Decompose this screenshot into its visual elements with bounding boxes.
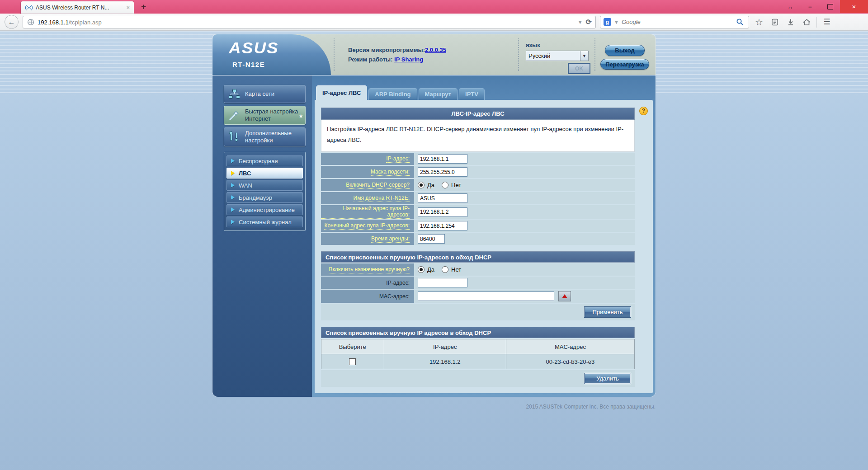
dhcp-yes-radio[interactable] bbox=[418, 182, 425, 188]
main-content: IP-адрес ЛВС ARP Binding Маршрут IPTV ? … bbox=[312, 75, 656, 397]
window-restore-button[interactable] bbox=[820, 0, 840, 13]
tab-lan-ip[interactable]: IP-адрес ЛВС bbox=[316, 85, 367, 100]
submenu-item-label: Администрирование bbox=[239, 207, 295, 213]
pool-start-label: Начальный адрес пула IP-адресов: bbox=[321, 205, 410, 219]
home-icon[interactable] bbox=[801, 18, 812, 26]
table-row: 192.168.1.2 00-23-cd-b3-20-e3 bbox=[321, 354, 635, 369]
manual-ip-label: IP-адрес: bbox=[386, 280, 410, 286]
sidebar-item-firewall[interactable]: Брандмауэр bbox=[226, 192, 303, 203]
apply-button[interactable]: Применить bbox=[585, 307, 631, 317]
url-dropdown-icon[interactable]: ▼ bbox=[578, 19, 583, 25]
sidebar-item-wan[interactable]: WAN bbox=[226, 180, 303, 191]
sidebar-item-lan[interactable]: ЛВС bbox=[226, 168, 303, 179]
arrow-right-icon bbox=[231, 159, 235, 163]
submenu-item-label: Брандмауэр bbox=[239, 194, 272, 201]
hamburger-menu-icon[interactable]: ☰ bbox=[821, 17, 833, 27]
tab-close-icon[interactable]: × bbox=[126, 5, 130, 10]
asus-logo: ASUS bbox=[229, 39, 279, 57]
section-title: Список присвоенных вручную IP адресов в … bbox=[321, 327, 635, 338]
form-row-manual-mac: MAC-адрес: bbox=[321, 290, 635, 303]
chevron-down-icon[interactable]: ▼ bbox=[580, 51, 588, 61]
delete-row: Удалить bbox=[321, 370, 635, 387]
new-tab-button[interactable]: + bbox=[141, 2, 146, 12]
bookmark-star-icon[interactable]: ☆ bbox=[753, 18, 765, 27]
logout-button[interactable]: Выход bbox=[605, 45, 645, 56]
search-icon[interactable] bbox=[734, 18, 745, 26]
table-header-row: Выберите IP-адрес MAC-адрес bbox=[321, 339, 635, 354]
form-row-mask: Маска подсети: bbox=[321, 166, 635, 178]
domain-name-input[interactable] bbox=[418, 193, 467, 203]
sparkle-star-icon: ★ bbox=[298, 113, 302, 120]
header-divider bbox=[518, 38, 519, 71]
row-checkbox[interactable] bbox=[349, 358, 356, 365]
browser-tab[interactable]: ASUS Wireless Router RT-N... × bbox=[21, 1, 134, 14]
manual-yes-radio[interactable] bbox=[418, 266, 425, 273]
manual-ip-input[interactable] bbox=[418, 278, 467, 287]
search-bar[interactable]: g ▼ Google bbox=[600, 16, 749, 28]
column-ip: IP-адрес bbox=[384, 339, 506, 354]
window-minimize-button[interactable]: – bbox=[800, 0, 820, 13]
arrow-right-icon bbox=[231, 183, 235, 188]
dhcp-enable-label: Включить DHCP-сервер? bbox=[346, 182, 410, 189]
submenu-item-label: ЛВС bbox=[239, 170, 251, 177]
url-bar[interactable]: 192.168.1.1/tcpiplan.asp ▼ ⟳ bbox=[23, 16, 596, 28]
sidebar-item-network-map[interactable]: Карта сети bbox=[224, 85, 306, 103]
language-select[interactable]: Русский ▼ bbox=[526, 51, 589, 61]
reboot-button[interactable]: Перезагрузка bbox=[600, 59, 649, 70]
router-header: ASUS RT-N12E Версия микропрограммы:2.0.0… bbox=[212, 34, 656, 75]
language-label: язык bbox=[526, 42, 589, 48]
row-mac-value: 00-23-cd-b3-20-e3 bbox=[506, 354, 634, 369]
manual-no-radio[interactable] bbox=[442, 266, 448, 273]
sidebar-item-administration[interactable]: Администрирование bbox=[226, 204, 303, 215]
back-button[interactable]: ← bbox=[5, 15, 19, 29]
subnet-mask-input[interactable] bbox=[418, 167, 467, 177]
sidebar-item-quick-setup[interactable]: Быстрая настройка Интернет ★ bbox=[224, 106, 306, 125]
sidebar-item-wireless[interactable]: Беспроводная bbox=[226, 155, 303, 166]
submenu-item-label: WAN bbox=[239, 182, 252, 189]
pool-start-input[interactable] bbox=[418, 207, 467, 217]
section-description: Настройка IP-адреса ЛВС RT-N12E. DHCP-се… bbox=[321, 120, 635, 152]
tab-route[interactable]: Маршрут bbox=[419, 88, 458, 100]
no-label: Нет bbox=[451, 182, 461, 188]
sidebar-item-advanced-settings[interactable]: Дополнительные настройки bbox=[224, 127, 306, 146]
pool-end-input[interactable] bbox=[418, 221, 467, 230]
manual-enable-label: Включить назначение вручную? bbox=[329, 266, 410, 273]
form-row-pool-end: Конечный адрес пула IP-адресов: bbox=[321, 220, 635, 232]
sidebar-item-label: Быстрая настройка Интернет bbox=[245, 108, 302, 122]
form-row-dhcp-enable: Включить DHCP-сервер? Да Нет bbox=[321, 179, 635, 191]
language-selected-value: Русский bbox=[526, 52, 580, 59]
lease-time-input[interactable] bbox=[418, 234, 445, 244]
manual-mac-label: MAC-адрес: bbox=[379, 293, 410, 300]
section-manual-list: Список присвоенных вручную IP адресов в … bbox=[321, 327, 635, 387]
firmware-version-link[interactable]: 2.0.0.35 bbox=[425, 47, 446, 53]
form-row-domain: Имя домена RT-N12E: bbox=[321, 192, 635, 204]
dhcp-no-radio[interactable] bbox=[442, 182, 448, 188]
delete-button[interactable]: Удалить bbox=[585, 373, 631, 384]
ip-address-label: IP-адрес: bbox=[386, 155, 410, 163]
language-ok-button[interactable]: OK bbox=[568, 63, 590, 74]
tab-arp-binding[interactable]: ARP Binding bbox=[368, 88, 417, 100]
lan-ip-input[interactable] bbox=[418, 154, 467, 164]
language-block: язык Русский ▼ bbox=[526, 42, 589, 61]
mac-dropdown-button[interactable] bbox=[558, 291, 571, 301]
browser-titlebar: ASUS Wireless Router RT-N... × + ↔ – × bbox=[0, 0, 868, 14]
toolbar-divider bbox=[816, 17, 817, 28]
reload-icon[interactable]: ⟳ bbox=[586, 18, 592, 26]
downloads-icon[interactable] bbox=[785, 18, 797, 26]
network-map-icon bbox=[227, 87, 241, 101]
manual-mac-input[interactable] bbox=[418, 291, 554, 301]
help-icon[interactable]: ? bbox=[639, 107, 648, 115]
form-row-manual-ip: IP-адрес: bbox=[321, 277, 635, 289]
tab-strip: IP-адрес ЛВС ARP Binding Маршрут IPTV bbox=[315, 86, 653, 100]
tab-iptv[interactable]: IPTV bbox=[459, 88, 485, 100]
window-resize-icon[interactable]: ↔ bbox=[780, 0, 800, 13]
search-input[interactable]: Google bbox=[622, 19, 731, 25]
bookmarks-menu-icon[interactable] bbox=[769, 18, 781, 26]
window-close-button[interactable]: × bbox=[840, 0, 868, 13]
search-engine-dropdown-icon[interactable]: ▼ bbox=[614, 19, 619, 25]
manual-ip-table: Выберите IP-адрес MAC-адрес 192.168.1.2 … bbox=[321, 339, 635, 369]
domain-name-label: Имя домена RT-N12E: bbox=[354, 195, 410, 202]
operation-mode-link[interactable]: IP Sharing bbox=[394, 56, 423, 63]
sidebar-item-system-log[interactable]: Системный журнал bbox=[226, 216, 303, 227]
google-engine-icon[interactable]: g bbox=[604, 18, 611, 26]
